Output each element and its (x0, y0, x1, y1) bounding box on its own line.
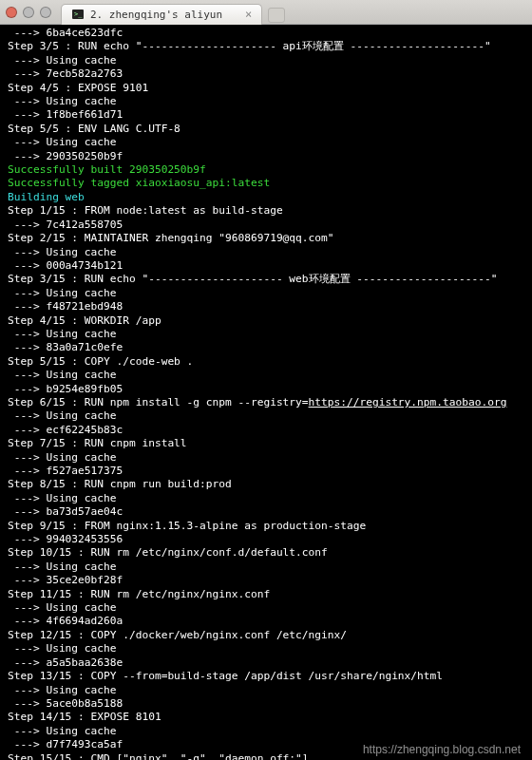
output-line: ---> 000a4734b121 (8, 259, 524, 273)
output-line: ---> Using cache (8, 642, 524, 656)
output-line: ---> 1f8bef661d71 (8, 108, 524, 122)
output-line: ---> 290350250b9f (8, 150, 524, 163)
window-buttons (6, 7, 51, 18)
output-line: ---> f527ae517375 (8, 465, 524, 478)
output-line: Step 5/5 : ENV LANG C.UTF-8 (8, 123, 524, 136)
terminal-output[interactable]: ---> 6ba4ce623dfcStep 3/5 : RUN echo "--… (0, 25, 532, 760)
window-maximize-button[interactable] (40, 7, 51, 18)
output-line: Building web (8, 191, 524, 204)
output-line: Successfully built 290350250b9f (8, 163, 524, 177)
output-line: Step 13/15 : COPY --from=build-stage /ap… (8, 670, 524, 683)
output-line: Step 8/15 : RUN cnpm run build:prod (8, 478, 524, 491)
tab-close-button[interactable]: × (245, 8, 252, 21)
output-line: Step 11/15 : RUN rm /etc/nginx/nginx.con… (8, 588, 524, 601)
output-line: Step 2/15 : MAINTAINER zhengqing "960869… (8, 232, 524, 245)
new-tab-button[interactable] (268, 8, 285, 23)
output-line: ---> Using cache (8, 684, 524, 697)
tab-label: 2. zhengqing's aliyun (90, 9, 222, 21)
output-line: ---> 7c412a558705 (8, 218, 524, 232)
output-line: ---> 5ace0b8a5188 (8, 697, 524, 711)
output-line: ---> ba73d57ae04c (8, 505, 524, 519)
output-line: ---> Using cache (8, 95, 524, 108)
output-line: Step 9/15 : FROM nginx:1.15.3-alpine as … (8, 520, 524, 533)
output-line: ---> Using cache (8, 136, 524, 149)
output-line: Step 5/15 : COPY ./code-web . (8, 355, 524, 369)
output-line: ---> a5a5baa2638e (8, 656, 524, 670)
output-line: Step 4/5 : EXPOSE 9101 (8, 82, 524, 95)
output-line: ---> Using cache (8, 246, 524, 259)
output-line: Step 14/15 : EXPOSE 8101 (8, 711, 524, 724)
output-line: Successfully tagged xiaoxiaosu_api:lates… (8, 177, 524, 190)
output-line: ---> 83a0a71c0efe (8, 341, 524, 354)
output-line: ---> Using cache (8, 328, 524, 341)
output-line: ---> 994032453556 (8, 533, 524, 546)
output-line: Step 6/15 : RUN npm install -g cnpm --re… (8, 396, 524, 409)
window-titlebar: >_ 2. zhengqing's aliyun × (0, 0, 532, 25)
output-line: ---> Using cache (8, 54, 524, 67)
window-close-button[interactable] (6, 7, 17, 18)
terminal-tab[interactable]: >_ 2. zhengqing's aliyun × (61, 4, 262, 25)
output-line: Step 12/15 : COPY ./docker/web/nginx.con… (8, 629, 524, 642)
output-line: ---> 7ecb582a2763 (8, 67, 524, 81)
output-line: Step 10/15 : RUN rm /etc/nginx/conf.d/de… (8, 546, 524, 560)
output-line: ---> Using cache (8, 287, 524, 300)
output-line: Step 3/5 : RUN echo "-------------------… (8, 40, 524, 53)
output-line: ---> 35ce2e0bf28f (8, 574, 524, 587)
output-line: ---> Using cache (8, 560, 524, 574)
output-line: ---> Using cache (8, 409, 524, 423)
output-line: ---> Using cache (8, 369, 524, 382)
output-line: ---> Using cache (8, 451, 524, 465)
terminal-lines: ---> 6ba4ce623dfcStep 3/5 : RUN echo "--… (8, 27, 524, 760)
output-line: ---> f48721ebd948 (8, 300, 524, 314)
output-line: Step 7/15 : RUN cnpm install (8, 437, 524, 450)
output-line: ---> Using cache (8, 601, 524, 615)
output-line: Step 3/15 : RUN echo "------------------… (8, 273, 524, 286)
watermark: https://zhengqing.blog.csdn.net (363, 743, 521, 756)
output-line: ---> b9254e89fb05 (8, 383, 524, 396)
output-line: ---> 4f6694ad260a (8, 615, 524, 628)
window-minimize-button[interactable] (23, 7, 34, 18)
output-line: ---> 6ba4ce623dfc (8, 27, 524, 40)
output-line: ---> Using cache (8, 725, 524, 738)
output-line: Step 4/15 : WORKDIR /app (8, 314, 524, 328)
output-line: ---> ecf62245b83c (8, 424, 524, 437)
output-line: ---> Using cache (8, 492, 524, 505)
output-line: Step 1/15 : FROM node:latest as build-st… (8, 204, 524, 218)
svg-text:>_: >_ (74, 10, 83, 18)
terminal-icon: >_ (71, 8, 85, 21)
